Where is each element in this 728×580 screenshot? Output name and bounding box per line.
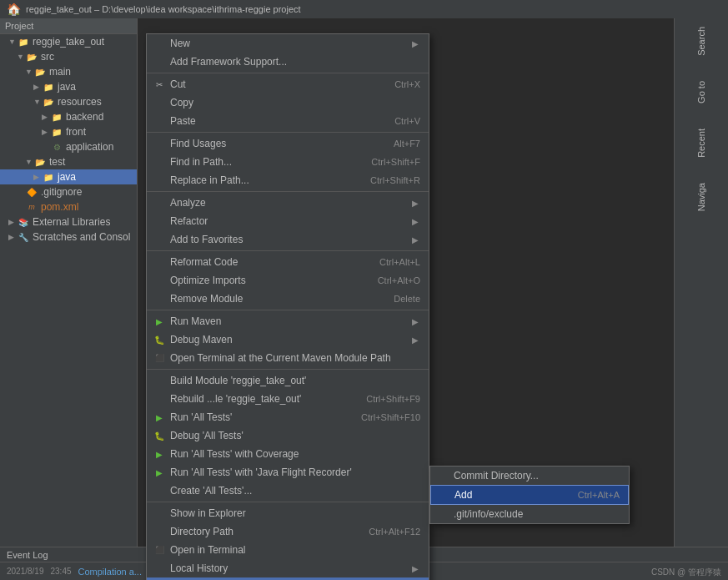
commit-icon <box>435 469 450 482</box>
menu-item-debug-tests[interactable]: 🐛 Debug 'All Tests' <box>147 426 429 445</box>
menu-item-run-flight[interactable]: ▶ Run 'All Tests' with 'Java Flight Reco… <box>147 463 429 482</box>
find-path-icon <box>152 155 167 169</box>
menu-item-optimize[interactable]: Optimize Imports Ctrl+Alt+O <box>147 271 429 290</box>
tree-item-test-java[interactable]: ▶ 📁 java <box>0 169 137 184</box>
menu-label-copy: Copy <box>167 97 420 108</box>
tree-arrow: ▶ <box>8 218 17 226</box>
menu-label-optimize: Optimize Imports <box>167 275 378 286</box>
menu-item-reformat[interactable]: Reformat Code Ctrl+Alt+L <box>147 253 429 271</box>
context-menu: New ▶ Add Framework Support... ✂ Cut Ctr… <box>146 33 429 580</box>
menu-item-add-framework[interactable]: Add Framework Support... <box>147 53 429 71</box>
menu-item-new[interactable]: New ▶ <box>147 34 429 53</box>
menu-label-find-usages: Find Usages <box>167 138 394 149</box>
menu-item-paste[interactable]: Paste Ctrl+V <box>147 112 429 130</box>
git-icon: 🔶 <box>25 185 38 199</box>
menu-label-run-coverage: Run 'All Tests' with Coverage <box>167 448 420 460</box>
tree-arrow: ▼ <box>33 98 42 106</box>
menu-item-debug-maven[interactable]: 🐛 Debug Maven ▶ <box>147 330 429 349</box>
menu-label-refactor: Refactor <box>167 215 412 227</box>
tree-item-gitignore[interactable]: 🔶 .gitignore <box>0 184 137 199</box>
tree-item-reggie[interactable]: ▼ 📁 reggie_take_out <box>0 34 137 49</box>
tree-label: java <box>58 81 76 93</box>
git-menu-item-add[interactable]: Add Ctrl+Alt+A <box>430 485 629 505</box>
menu-item-rebuild[interactable]: Rebuild ...le 'reggie_take_out' Ctrl+Shi… <box>147 390 429 408</box>
menu-sep-5 <box>147 310 429 310</box>
menu-item-run-maven[interactable]: ▶ Run Maven ▶ <box>147 312 429 330</box>
menu-item-find-path[interactable]: Find in Path... Ctrl+Shift+F <box>147 153 429 171</box>
sidebar-search[interactable]: Search <box>696 27 706 56</box>
tree-arrow: ▼ <box>8 38 17 46</box>
folder-icon: 📁 <box>17 35 30 48</box>
menu-item-run-tests[interactable]: ▶ Run 'All Tests' Ctrl+Shift+F10 <box>147 408 429 426</box>
create-tests-icon <box>152 484 167 497</box>
menu-item-refactor[interactable]: Refactor ▶ <box>147 212 429 230</box>
git-menu-item-commit[interactable]: Commit Directory... <box>430 467 629 485</box>
tree-item-ext-lib[interactable]: ▶ 📚 External Libraries <box>0 214 137 229</box>
menu-item-create-tests[interactable]: Create 'All Tests'... <box>147 482 429 500</box>
tree-item-resources[interactable]: ▼ 📂 resources <box>0 94 137 109</box>
folder-src-icon: 📂 <box>25 50 38 63</box>
menu-sep-3 <box>147 191 429 192</box>
menu-label-debug-maven: Debug Maven <box>167 334 412 345</box>
menu-label-add-framework: Add Framework Support... <box>167 56 420 68</box>
menu-item-open-terminal[interactable]: ⬛ Open in Terminal <box>147 541 429 559</box>
menu-item-remove-module[interactable]: Remove Module Delete <box>147 290 429 308</box>
menu-item-cut[interactable]: ✂ Cut Ctrl+X <box>147 75 429 93</box>
tree-item-main[interactable]: ▼ 📂 main <box>0 64 137 79</box>
tree-item-java[interactable]: ▶ 📁 java <box>0 79 137 94</box>
sidebar-recent[interactable]: Recent <box>696 129 706 158</box>
menu-shortcut-paste: Ctrl+V <box>394 116 420 126</box>
menu-item-add-favorites[interactable]: Add to Favorites ▶ <box>147 230 429 249</box>
submenu-arrow-analyze: ▶ <box>412 199 420 208</box>
tree-arrow: ▼ <box>25 68 33 76</box>
tree-item-test[interactable]: ▼ 📂 test <box>0 154 137 169</box>
event-link-1[interactable]: Compilation a... <box>78 567 142 577</box>
tree-label: application <box>66 141 113 153</box>
menu-item-dir-path[interactable]: Directory Path Ctrl+Alt+F12 <box>147 522 429 541</box>
run-flight-icon: ▶ <box>152 466 167 479</box>
submenu-arrow-debug-maven: ▶ <box>412 335 420 345</box>
tree-item-front[interactable]: ▶ 📁 front <box>0 124 137 139</box>
menu-item-run-coverage[interactable]: ▶ Run 'All Tests' with Coverage <box>147 445 429 463</box>
git-menu-item-exclude[interactable]: .git/info/exclude <box>430 505 629 523</box>
folder-icon: 📁 <box>50 125 63 139</box>
tree-label: resources <box>58 96 102 108</box>
folder-icon: 📂 <box>33 155 47 169</box>
menu-item-show-explorer[interactable]: Show in Explorer <box>147 504 429 522</box>
tree-item-application[interactable]: ⚙ application <box>0 139 137 154</box>
replace-path-icon <box>152 174 167 187</box>
menu-icon-new <box>152 37 167 50</box>
menu-item-open-terminal-maven[interactable]: ⬛ Open Terminal at the Current Maven Mod… <box>147 349 429 367</box>
menu-item-build-module[interactable]: Build Module 'reggie_take_out' <box>147 371 429 390</box>
sidebar-navigate[interactable]: Naviga <box>696 183 706 211</box>
menu-label-reformat: Reformat Code <box>167 256 379 268</box>
menu-item-copy[interactable]: Copy <box>147 93 429 112</box>
git-submenu: Commit Directory... Add Ctrl+Alt+A .git/… <box>429 466 630 524</box>
run-coverage-icon: ▶ <box>152 447 167 461</box>
menu-item-analyze[interactable]: Analyze ▶ <box>147 194 429 212</box>
tree-item-scratches[interactable]: ▶ 🔧 Scratches and Consol <box>0 229 137 245</box>
menu-label-open-terminal-maven: Open Terminal at the Current Maven Modul… <box>167 352 420 364</box>
tree-arrow: ▶ <box>42 113 50 121</box>
menu-shortcut-find-path: Ctrl+Shift+F <box>371 157 420 167</box>
tree-label: External Libraries <box>33 216 110 228</box>
tree-arrow: ▶ <box>42 128 50 136</box>
tree-item-src[interactable]: ▼ 📂 src <box>0 49 137 64</box>
menu-item-find-usages[interactable]: Find Usages Alt+F7 <box>147 134 429 153</box>
title-text: reggie_take_out – D:\develop\idea worksp… <box>26 4 301 14</box>
project-panel: Project ▼ 📁 reggie_take_out ▼ 📂 src ▼ 📂 … <box>0 18 138 547</box>
menu-item-replace-path[interactable]: Replace in Path... Ctrl+Shift+R <box>147 171 429 189</box>
tree-item-backend[interactable]: ▶ 📁 backend <box>0 109 137 124</box>
tree-item-pom[interactable]: m pom.xml <box>0 199 137 214</box>
menu-sep-1 <box>147 73 429 73</box>
optimize-icon <box>152 274 167 287</box>
submenu-arrow-new: ▶ <box>412 39 420 48</box>
tree-arrow: ▼ <box>17 53 25 61</box>
scratch-icon: 🔧 <box>17 230 30 244</box>
sidebar-goto[interactable]: Go to <box>696 81 706 103</box>
menu-label-dir-path: Directory Path <box>167 526 369 537</box>
git-menu-label-commit: Commit Directory... <box>450 470 620 482</box>
local-history-icon <box>152 562 167 575</box>
menu-item-local-history[interactable]: Local History ▶ <box>147 559 429 577</box>
analyze-icon <box>152 196 167 209</box>
